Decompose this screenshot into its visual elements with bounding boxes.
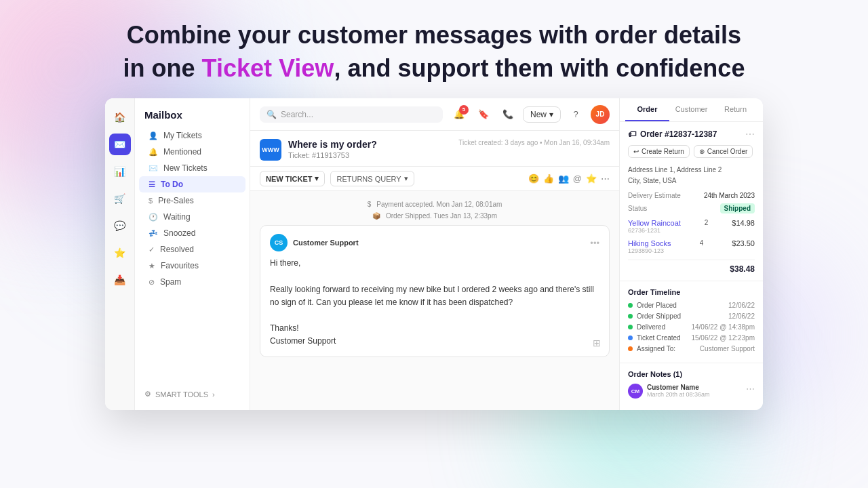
more-action-icon[interactable]: ⋯: [601, 174, 610, 184]
note-author-0: Customer Name: [647, 384, 742, 391]
create-return-button[interactable]: ↩ Create Return: [628, 145, 690, 158]
sidebar-title: Mailbox: [135, 106, 250, 127]
new-button[interactable]: New ▾: [523, 106, 561, 123]
sidebar-item-new-tickets[interactable]: ✉️ New Tickets: [139, 160, 245, 176]
phone-button[interactable]: 📞: [498, 105, 517, 124]
tab-return[interactable]: Return: [713, 98, 757, 121]
note-avatar-0: CM: [628, 384, 643, 399]
order-more-icon[interactable]: ⋯: [745, 129, 755, 140]
note-more-icon[interactable]: ⋯: [746, 384, 755, 399]
nav-star[interactable]: ⭐: [109, 242, 131, 264]
sidebar-item-waiting[interactable]: 🕐 Waiting: [139, 209, 245, 225]
timeline-item-2: Delivered 14/06/22 @ 14:38pm: [628, 323, 755, 331]
sidebar-label-snoozed: Snoozed: [163, 228, 195, 238]
sidebar-item-favourites[interactable]: ★ Favourites: [139, 258, 245, 274]
order-item-0: Yellow Raincoat 62736-1231 2 $14.98: [628, 219, 755, 234]
order-number-icon: 🏷: [628, 129, 636, 139]
item-0-price: $14.98: [732, 219, 755, 227]
sidebar: Mailbox 👤 My Tickets 🔔 Mentioned ✉️ New …: [135, 98, 250, 410]
sidebar-label-mentioned: Mentioned: [163, 147, 201, 157]
user-action-icon[interactable]: 👥: [558, 174, 569, 184]
item-0-name-group: Yellow Raincoat 62736-1231: [628, 219, 681, 234]
status-badge: Shipped: [720, 203, 755, 214]
help-button[interactable]: ?: [566, 105, 585, 124]
timeline-dot-3: [628, 336, 633, 340]
message-text: Really looking forward to receiving my n…: [270, 283, 599, 309]
cancel-order-icon: ⊗: [699, 148, 705, 155]
sidebar-smart-tools[interactable]: ⚙ SMART TOOLS ›: [135, 386, 250, 402]
nav-cart[interactable]: 🛒: [109, 188, 131, 209]
event-payment-text: Payment accepted. Mon Jan 12, 08:01am: [376, 201, 502, 208]
nav-download[interactable]: 📥: [109, 269, 131, 291]
bookmark-button[interactable]: 🔖: [474, 105, 493, 124]
order-number: 🏷 Order #12837-12387: [628, 129, 717, 139]
ticket-title-group: Where is my order? Ticket: #11913753: [288, 139, 452, 159]
search-placeholder: Search...: [281, 110, 313, 119]
new-btn-label: New: [530, 110, 547, 119]
sidebar-item-snoozed[interactable]: 💤 Snoozed: [139, 225, 245, 241]
nav-home[interactable]: 🏠: [109, 106, 131, 128]
order-items: Yellow Raincoat 62736-1231 2 $14.98 Hiki…: [628, 219, 755, 254]
at-action-icon[interactable]: @: [573, 174, 582, 184]
star-action-icon[interactable]: ⭐: [586, 174, 597, 184]
message-actions[interactable]: •••: [590, 238, 599, 248]
returns-chevron: ▾: [404, 174, 408, 183]
note-item-0: CM Customer Name March 20th at 08:36am ⋯: [628, 384, 755, 399]
timeline-title: Order Timeline: [628, 288, 755, 296]
item-0-name[interactable]: Yellow Raincoat: [628, 219, 681, 227]
sidebar-item-pre-sales[interactable]: $ Pre-Sales: [139, 192, 245, 209]
todo-icon: ☰: [149, 180, 155, 189]
timeline-label-2: Delivered: [637, 323, 687, 331]
sidebar-item-resolved[interactable]: ✓ Resolved: [139, 241, 245, 258]
item-1-name[interactable]: Hiking Socks: [628, 239, 671, 247]
delivery-estimate-row: Delivery Estimate 24th March 2023: [628, 192, 755, 199]
emoji-action-icon[interactable]: 😊: [528, 174, 539, 184]
nav-messages[interactable]: 💬: [109, 215, 131, 237]
delivery-label: Delivery Estimate: [628, 192, 681, 199]
ticket-subject: Where is my order?: [288, 139, 452, 150]
address-block: Address Line 1, Address Line 2 City, Sta…: [628, 165, 755, 186]
nav-mail[interactable]: ✉️: [109, 134, 131, 155]
smart-tools-chevron: ›: [212, 390, 215, 399]
item-1-sku: 1293890-123: [628, 247, 671, 254]
returns-label: RETURNS QUERY: [336, 175, 401, 183]
ticket-created-label: Ticket created: 3 days ago: [458, 139, 538, 146]
cancel-order-button[interactable]: ⊗ Cancel Order: [694, 145, 753, 158]
tab-customer[interactable]: Customer: [669, 98, 713, 121]
event-shipped-text: Order Shipped. Tues Jan 13, 2:33pm: [386, 212, 497, 220]
my-tickets-icon: 👤: [149, 131, 158, 140]
search-box[interactable]: 🔍 Search...: [260, 106, 443, 123]
new-ticket-button[interactable]: NEW TICKET ▾: [260, 171, 325, 186]
sidebar-label-pre-sales: Pre-Sales: [158, 196, 194, 205]
hero-title-line1: Combine your customer messages with orde…: [27, 19, 841, 52]
tab-order[interactable]: Order: [625, 98, 669, 121]
message-more-icon[interactable]: •••: [590, 238, 599, 248]
user-avatar[interactable]: JD: [591, 105, 610, 124]
nav-icons: 🏠 ✉️ 📊 🛒 💬 ⭐ 📥: [105, 98, 135, 410]
notifications-button[interactable]: 🔔 5: [450, 105, 469, 124]
mentioned-icon: 🔔: [149, 148, 158, 157]
sidebar-item-mentioned[interactable]: 🔔 Mentioned: [139, 144, 245, 160]
pre-sales-icon: $: [149, 197, 153, 205]
message-signoff: Thanks!: [270, 322, 599, 335]
payment-icon: $: [368, 201, 372, 208]
returns-query-button[interactable]: RETURNS QUERY ▾: [330, 171, 414, 186]
nav-chart[interactable]: 📊: [109, 161, 131, 182]
message-add-icon[interactable]: ⊞: [593, 338, 601, 348]
spam-icon: ⊘: [149, 278, 155, 287]
ticket-date: Mon Jan 16, 09:34am: [544, 139, 610, 146]
like-action-icon[interactable]: 👍: [543, 174, 554, 184]
sidebar-item-spam[interactable]: ⊘ Spam: [139, 274, 245, 290]
panel-tabs: Order Customer Return: [620, 98, 763, 122]
address-line2: City, State, USA: [628, 176, 755, 186]
sidebar-item-my-tickets[interactable]: 👤 My Tickets: [139, 127, 245, 144]
message-bubble: CS Customer Support ••• Hi there, Really…: [260, 225, 610, 357]
new-ticket-label: NEW TICKET: [266, 175, 312, 183]
sidebar-item-todo[interactable]: ☰ To Do: [139, 176, 245, 192]
hero-title-line2: in one Ticket View, and support them wit…: [27, 52, 841, 85]
new-ticket-chevron: ▾: [315, 174, 319, 183]
timeline-label-4: Assigned To:: [637, 345, 696, 352]
smart-tools-icon: ⚙: [144, 390, 151, 399]
status-label: Status: [628, 205, 647, 212]
address-line1: Address Line 1, Address Line 2: [628, 165, 755, 176]
